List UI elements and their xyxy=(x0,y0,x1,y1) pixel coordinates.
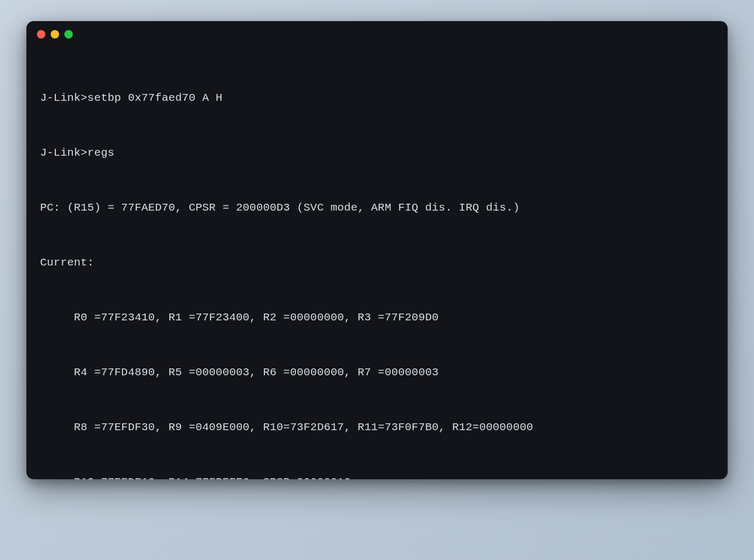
terminal-line: Current: xyxy=(40,254,714,272)
terminal-line: J-Link>setbp 0x77faed70 A H xyxy=(40,89,714,108)
terminal-line: R4 =77FD4890, R5 =00000003, R6 =00000000… xyxy=(40,364,714,382)
minimize-icon[interactable] xyxy=(51,30,59,39)
terminal-line: R8 =77EFDF30, R9 =0409E000, R10=73F2D617… xyxy=(40,419,714,437)
terminal-line: R0 =77F23410, R1 =77F23400, R2 =00000000… xyxy=(40,309,714,327)
terminal-line: R13=77EFDF10, R14=77FBEFEC, SPSR=0000001… xyxy=(40,473,714,479)
terminal-line: PC: (R15) = 77FAED70, CPSR = 200000D3 (S… xyxy=(40,199,714,217)
terminal-body[interactable]: J-Link>setbp 0x77faed70 A H J-Link>regs … xyxy=(26,48,728,479)
terminal-window: J-Link>setbp 0x77faed70 A H J-Link>regs … xyxy=(26,21,728,479)
window-titlebar xyxy=(26,21,728,48)
zoom-icon[interactable] xyxy=(64,30,73,39)
close-icon[interactable] xyxy=(37,30,45,39)
terminal-line: J-Link>regs xyxy=(40,144,714,163)
